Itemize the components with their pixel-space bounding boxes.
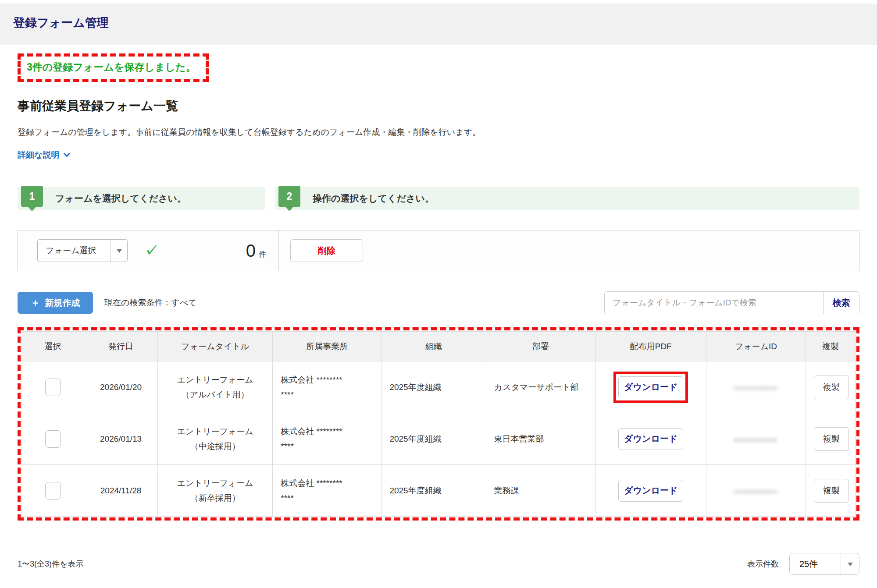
step-label-2: 操作の選択をしてください。 bbox=[313, 192, 434, 205]
issue-date: 2026/01/13 bbox=[84, 413, 158, 465]
office-name: 株式会社 ******** **** bbox=[273, 361, 381, 413]
table-header-row: 選択 発行日 フォームタイトル 所属事業所 組織 部署 配布用PDF フォームI… bbox=[22, 332, 856, 361]
department: カスタマーサポート部 bbox=[486, 361, 595, 413]
office-name: 株式会社 ******** **** bbox=[273, 413, 381, 465]
download-highlight-annotation: ダウンロード bbox=[613, 372, 688, 403]
form-title: エントリーフォーム （アルバイト用） bbox=[158, 361, 273, 413]
list-footer: 1〜3(全3)件を表示 表示件数 25件 bbox=[18, 553, 859, 575]
search-button[interactable]: 検索 bbox=[823, 292, 859, 314]
organization: 2025年度組織 bbox=[381, 361, 486, 413]
create-new-label: 新規作成 bbox=[45, 297, 80, 309]
column-header-organization: 組織 bbox=[381, 332, 486, 361]
form-select-label: フォーム選択 bbox=[38, 240, 111, 262]
form-id-masked: ●●●●●●●●●● bbox=[734, 385, 778, 391]
delete-button[interactable]: 削除 bbox=[290, 239, 363, 262]
table-annotation-border: 選択 発行日 フォームタイトル 所属事業所 組織 部署 配布用PDF フォームI… bbox=[18, 327, 859, 521]
chevron-down-icon bbox=[64, 150, 71, 157]
column-header-select: 選択 bbox=[22, 332, 84, 361]
form-title: エントリーフォーム （新卒採用） bbox=[158, 465, 273, 517]
section-description: 登録フォームの管理をします。事前に従業員の情報を収集して台帳登録するためのフォー… bbox=[18, 127, 859, 138]
per-page-select[interactable]: 25件 bbox=[789, 553, 859, 575]
selected-count-group: 0 件 bbox=[246, 241, 266, 261]
download-button[interactable]: ダウンロード bbox=[618, 428, 683, 450]
row-checkbox[interactable] bbox=[45, 482, 61, 499]
column-header-pdf: 配布用PDF bbox=[595, 332, 706, 361]
step-number-badge-2: 2 bbox=[278, 186, 300, 207]
row-checkbox[interactable] bbox=[45, 379, 61, 396]
per-page-value: 25件 bbox=[790, 553, 841, 574]
form-select-arrow-segment[interactable] bbox=[111, 240, 127, 262]
selected-count: 0 bbox=[246, 241, 256, 261]
detail-toggle-link[interactable]: 詳細な説明 bbox=[18, 149, 69, 161]
step-banner-2: 2 操作の選択をしてください。 bbox=[275, 187, 859, 210]
per-page-label: 表示件数 bbox=[747, 559, 779, 569]
column-header-form-id: フォームID bbox=[706, 332, 806, 361]
list-toolbar: ＋ 新規作成 現在の検索条件：すべて 検索 bbox=[18, 291, 859, 314]
form-title: エントリーフォーム （中途採用） bbox=[158, 413, 273, 465]
current-filter-text: 現在の検索条件：すべて bbox=[104, 297, 197, 308]
section-title: 事前従業員登録フォーム一覧 bbox=[18, 98, 859, 114]
step-banners: 1 フォームを選択してください。 2 操作の選択をしてください。 bbox=[18, 187, 859, 210]
column-header-copy: 複製 bbox=[806, 332, 855, 361]
table-row: 2026/01/13 エントリーフォーム （中途採用） 株式会社 *******… bbox=[22, 413, 856, 465]
copy-button[interactable]: 複製 bbox=[814, 427, 849, 451]
column-header-form-title: フォームタイトル bbox=[158, 332, 273, 361]
success-notice-annotation: 3件の登録フォームを保存しました。 bbox=[18, 53, 209, 82]
organization: 2025年度組織 bbox=[381, 465, 486, 517]
plus-icon: ＋ bbox=[31, 296, 40, 309]
department: 東日本営業部 bbox=[486, 413, 595, 465]
page-header: 登録フォーム管理 bbox=[0, 4, 877, 45]
per-page-arrow-segment[interactable] bbox=[841, 553, 859, 574]
column-header-office: 所属事業所 bbox=[273, 332, 381, 361]
copy-button[interactable]: 複製 bbox=[814, 479, 849, 503]
chevron-down-icon bbox=[848, 563, 853, 569]
create-new-button[interactable]: ＋ 新規作成 bbox=[18, 292, 93, 314]
panel-divider bbox=[278, 230, 279, 271]
result-range-text: 1〜3(全3)件を表示 bbox=[18, 559, 83, 569]
row-checkbox[interactable] bbox=[45, 430, 61, 448]
issue-date: 2026/01/20 bbox=[84, 361, 158, 413]
copy-button[interactable]: 複製 bbox=[814, 375, 849, 399]
column-header-department: 部署 bbox=[486, 332, 595, 361]
main-content: 3件の登録フォームを保存しました。 事前従業員登録フォーム一覧 登録フォームの管… bbox=[0, 45, 877, 575]
step-number-badge-1: 1 bbox=[21, 186, 43, 207]
download-button[interactable]: ダウンロード bbox=[618, 376, 683, 398]
department: 業務課 bbox=[486, 465, 595, 517]
page-title: 登録フォーム管理 bbox=[13, 15, 864, 31]
table-row: 2026/01/20 エントリーフォーム （アルバイト用） 株式会社 *****… bbox=[22, 361, 856, 413]
selected-count-unit: 件 bbox=[259, 249, 266, 259]
column-header-issue-date: 発行日 bbox=[84, 332, 158, 361]
form-list-table: 選択 発行日 フォームタイトル 所属事業所 組織 部署 配布用PDF フォームI… bbox=[21, 331, 856, 517]
form-id-masked: ●●●●●●●●●● bbox=[734, 488, 778, 495]
download-button[interactable]: ダウンロード bbox=[618, 480, 683, 502]
search-input[interactable] bbox=[605, 292, 823, 314]
check-icon: ✓ bbox=[144, 243, 158, 259]
search-group: 検索 bbox=[604, 291, 859, 314]
office-name: 株式会社 ******** **** bbox=[273, 465, 381, 517]
organization: 2025年度組織 bbox=[381, 413, 486, 465]
form-id-masked: ●●●●●●●●●● bbox=[734, 436, 778, 443]
action-panel: フォーム選択 ✓ 0 件 削除 bbox=[18, 230, 859, 271]
table-row: 2024/11/28 エントリーフォーム （新卒採用） 株式会社 *******… bbox=[22, 465, 856, 517]
form-select-dropdown[interactable]: フォーム選択 bbox=[37, 239, 128, 262]
step-banner-1: 1 フォームを選択してください。 bbox=[18, 187, 265, 210]
success-message: 3件の登録フォームを保存しました。 bbox=[27, 61, 196, 73]
issue-date: 2024/11/28 bbox=[84, 465, 158, 517]
detail-link-label: 詳細な説明 bbox=[18, 149, 59, 161]
chevron-down-icon bbox=[117, 249, 122, 255]
form-select-section: フォーム選択 ✓ 0 件 bbox=[18, 230, 278, 271]
step-label-1: フォームを選択してください。 bbox=[55, 192, 186, 205]
